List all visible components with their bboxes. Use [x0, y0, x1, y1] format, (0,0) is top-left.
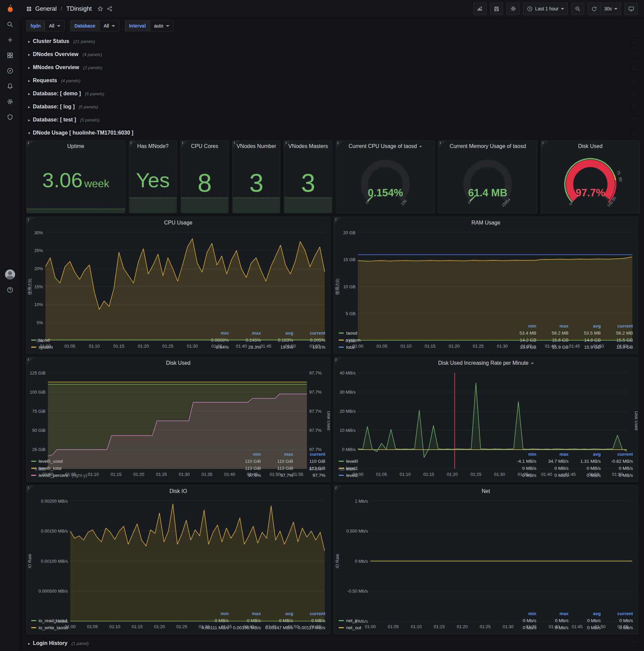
panel-info-icon[interactable]: i [541, 141, 548, 148]
row-drag-handle[interactable] [632, 641, 637, 646]
breadcrumb-folder[interactable]: General [35, 5, 57, 12]
panel-title[interactable]: Disk Used Increasing Rate per Minute [334, 358, 638, 369]
user-avatar[interactable] [0, 267, 20, 282]
panel-info-icon[interactable]: i [181, 141, 188, 148]
row-drag-handle[interactable] [632, 117, 637, 122]
grafana-logo[interactable] [0, 0, 20, 17]
panel-info-icon[interactable]: i [336, 141, 344, 148]
svg-text:01:35: 01:35 [211, 344, 222, 349]
panel-title[interactable]: Uptime [27, 141, 125, 152]
panel-info-icon[interactable]: i [27, 486, 34, 493]
svg-text:01:05: 01:05 [376, 472, 387, 477]
row-requests[interactable]: ▸ Requests (4 panels) [26, 75, 638, 86]
svg-text:01:50: 01:50 [588, 472, 600, 477]
svg-text:01:45: 01:45 [569, 344, 580, 349]
cycle-view-mode-button[interactable] [624, 2, 638, 15]
panel-info-icon[interactable]: i [129, 141, 136, 148]
svg-text:01:25: 01:25 [473, 344, 484, 349]
row-cluster-status[interactable]: ▸ Cluster Status (21 panels) [26, 36, 638, 47]
dashboard-settings-button[interactable] [507, 2, 520, 15]
panel-info-icon[interactable]: i [334, 217, 342, 224]
create-plus-icon[interactable] [0, 32, 20, 48]
star-icon[interactable] [97, 6, 103, 12]
server-admin-shield-icon[interactable] [0, 110, 20, 125]
row-drag-handle[interactable] [632, 78, 637, 83]
row-drag-handle[interactable] [632, 65, 637, 70]
variable-value-database[interactable]: All [99, 20, 120, 32]
sparkline [129, 198, 176, 213]
stat-value: 3 [232, 168, 280, 197]
search-icon[interactable] [0, 17, 20, 32]
refresh-button[interactable] [588, 2, 601, 15]
svg-text:01:35: 01:35 [521, 344, 532, 349]
panel-net-chart: i Net -1 Mb/s-0.50 Mb/s0 Mb/s0.500 Mb/s1… [334, 485, 638, 634]
ram-usage-time-series[interactable]: 0 MB5 GB10 GB15 GB20 GB使用占比01:0001:0501:… [334, 228, 638, 322]
panel-info-icon[interactable]: i [284, 141, 291, 148]
panel-info-icon[interactable]: i [439, 141, 446, 148]
disk-io-time-series[interactable]: 0 MB/s0.000500 MB/s0.00100 MB/s0.00150 M… [27, 497, 330, 610]
row-drag-handle[interactable] [632, 91, 637, 96]
configuration-gear-icon[interactable] [0, 94, 20, 110]
svg-text:01:05: 01:05 [65, 472, 76, 477]
row-database-test[interactable]: ▸ Database: [ test ] (5 panels) [26, 114, 638, 125]
svg-text:01:35: 01:35 [525, 624, 537, 629]
panel-title[interactable]: Net [334, 486, 638, 497]
alerting-bell-icon[interactable] [0, 79, 20, 94]
panel-info-icon[interactable]: i [334, 358, 342, 365]
svg-text:Disk Used: Disk Used [634, 411, 638, 431]
panel-title[interactable]: Disk Used [541, 141, 640, 152]
row-drag-handle[interactable] [632, 52, 637, 57]
svg-text:01:25: 01:25 [156, 472, 167, 477]
panel-info-icon[interactable]: i [27, 217, 34, 224]
side-menu [0, 0, 20, 651]
svg-text:01:20: 01:20 [154, 624, 165, 629]
apps-grid-icon [26, 6, 32, 12]
variable-value-fqdn[interactable]: All [44, 20, 65, 32]
disk-used-time-series[interactable]: 0 GiB25 GiB50 GiB75 GiB100 GiB125 GiB97.… [27, 369, 330, 451]
share-icon[interactable] [107, 6, 113, 12]
panel-title[interactable]: RAM Usage [334, 217, 638, 228]
row-drag-handle[interactable] [632, 104, 637, 110]
svg-text:01:45: 01:45 [247, 472, 258, 477]
panel-info-icon[interactable]: i [27, 141, 34, 148]
explore-compass-icon[interactable] [0, 63, 20, 79]
row-mnodes-overview[interactable]: ▸ MNodes Overview (2 panels) [26, 62, 638, 73]
svg-text:40 MB/s: 40 MB/s [340, 370, 356, 375]
panel-title[interactable]: Disk Used [27, 358, 330, 369]
sparkline [27, 209, 125, 213]
panel-info-icon[interactable]: i [334, 486, 342, 493]
row-dnode-usage[interactable]: ▾ DNode Usage [ huolinhe-TM1701:6030 ] [26, 127, 638, 138]
dashboards-icon[interactable] [0, 48, 20, 63]
svg-text:50 GiB: 50 GiB [32, 428, 45, 433]
breadcrumb-dashboard[interactable]: TDinsight [66, 5, 92, 12]
panel-info-icon[interactable]: i [27, 358, 34, 365]
row-drag-handle[interactable] [632, 39, 637, 44]
net-time-series[interactable]: -1 Mb/s-0.50 Mb/s0 Mb/s0.500 Mb/s1 Mb/sI… [334, 497, 638, 610]
cpu-usage-time-series[interactable]: 0%5%10%15%20%25%30%使用占比01:0001:0501:1001… [27, 228, 330, 330]
chevron-right-icon: ▸ [26, 118, 32, 122]
panel-title[interactable]: Disk IO [27, 486, 330, 497]
sparkline [284, 198, 331, 213]
grafana-flame-icon [5, 3, 15, 13]
zoom-out-button[interactable] [571, 2, 584, 15]
svg-text:10 MB/s: 10 MB/s [340, 428, 356, 433]
add-panel-button[interactable] [473, 2, 487, 15]
row-dnodes-overview[interactable]: ▸ DNodes Overview (4 panels) [26, 49, 638, 60]
caret-down-icon [614, 8, 617, 10]
time-picker-button[interactable]: Last 1 hour [523, 2, 568, 15]
row-login-history[interactable]: ▸ Login History (1 panel) [26, 638, 638, 649]
help-icon[interactable] [0, 282, 20, 298]
svg-text:01:30: 01:30 [494, 472, 505, 477]
refresh-interval-dropdown[interactable]: 30s [601, 2, 621, 15]
row-database-demo[interactable]: ▸ Database: [ demo ] (5 panels) [26, 88, 638, 99]
panel-info-icon[interactable]: i [232, 141, 240, 148]
row-drag-handle[interactable] [632, 130, 637, 135]
svg-text:01:45: 01:45 [572, 624, 583, 629]
disk-rate-time-series[interactable]: -10 MB/s0 MB/s10 MB/s20 MB/s30 MB/s40 MB… [334, 369, 638, 451]
variable-value-interval[interactable]: auto [150, 20, 174, 32]
panel-title[interactable]: Current CPU Usage of taosd [336, 141, 435, 152]
save-dashboard-button[interactable] [490, 2, 503, 15]
row-database-log[interactable]: ▸ Database: [ log ] (5 panels) [26, 101, 638, 113]
panel-title[interactable]: Current Memory Usage of taosd [439, 141, 537, 152]
panel-title[interactable]: CPU Usage [27, 217, 330, 228]
